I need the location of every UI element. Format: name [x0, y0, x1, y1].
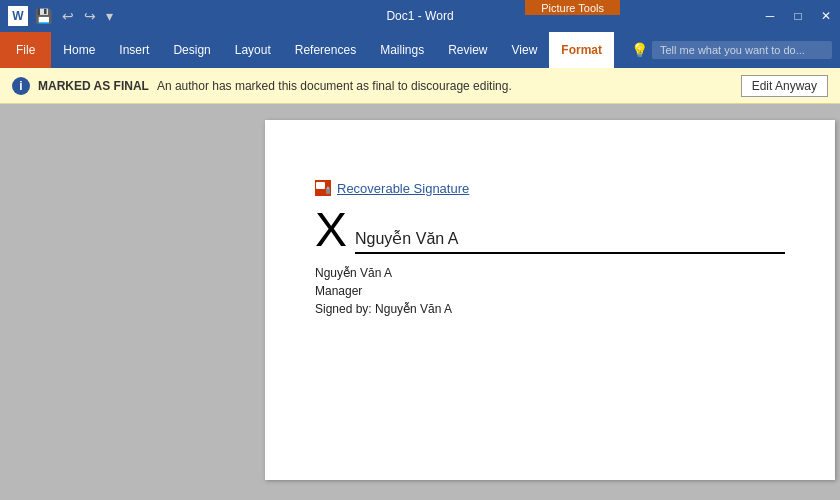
title-bar: W 💾 ↩ ↪ ▾ Picture Tools Doc1 - Word ─ □ …: [0, 0, 840, 32]
window-controls: ─ □ ✕: [756, 0, 840, 32]
menu-layout[interactable]: Layout: [223, 32, 283, 68]
undo-button[interactable]: ↩: [59, 8, 77, 24]
sig-title: Manager: [315, 282, 785, 300]
notification-bar: i MARKED AS FINAL An author has marked t…: [0, 68, 840, 104]
document-area: Recoverable Signature X Nguyễn Văn A Ngu…: [0, 104, 840, 500]
menu-home[interactable]: Home: [51, 32, 107, 68]
document-title: Doc1 - Word: [386, 9, 453, 23]
svg-rect-2: [326, 189, 330, 194]
signature-name: Nguyễn Văn A: [355, 229, 785, 254]
menu-file[interactable]: File: [0, 32, 51, 68]
sidebar-left: [0, 104, 260, 500]
lightbulb-icon: 💡: [631, 42, 648, 58]
signature-details: Nguyễn Văn A Manager Signed by: Nguyễn V…: [315, 264, 785, 318]
redo-button[interactable]: ↪: [81, 8, 99, 24]
sig-fullname: Nguyễn Văn A: [315, 264, 785, 282]
picture-tools-label: Picture Tools: [525, 0, 620, 15]
page-content: Recoverable Signature X Nguyễn Văn A Ngu…: [265, 120, 835, 480]
menu-review[interactable]: Review: [436, 32, 499, 68]
close-button[interactable]: ✕: [812, 0, 840, 32]
menu-view[interactable]: View: [500, 32, 550, 68]
restore-button[interactable]: □: [784, 0, 812, 32]
search-input[interactable]: [652, 41, 832, 59]
qat-dropdown[interactable]: ▾: [103, 8, 116, 24]
document-page: Recoverable Signature X Nguyễn Văn A Ngu…: [260, 104, 840, 500]
word-icon: W: [8, 6, 28, 26]
notification-message: An author has marked this document as fi…: [157, 79, 512, 93]
recoverable-signature-section: Recoverable Signature: [315, 180, 785, 196]
menu-design[interactable]: Design: [161, 32, 222, 68]
menu-bar: File Home Insert Design Layout Reference…: [0, 32, 840, 68]
menu-insert[interactable]: Insert: [107, 32, 161, 68]
quick-access-toolbar: W 💾 ↩ ↪ ▾: [0, 6, 116, 26]
save-button[interactable]: 💾: [32, 8, 55, 24]
menu-format[interactable]: Format: [549, 32, 614, 68]
search-bar[interactable]: 💡: [631, 32, 840, 68]
svg-rect-1: [316, 182, 325, 189]
signature-icon: [315, 180, 331, 196]
signature-line-area: X Nguyễn Văn A: [315, 206, 785, 254]
menu-references[interactable]: References: [283, 32, 368, 68]
notification-icon: i: [12, 77, 30, 95]
edit-anyway-button[interactable]: Edit Anyway: [741, 75, 828, 97]
notification-bold-text: MARKED AS FINAL: [38, 79, 149, 93]
signature-x: X: [315, 206, 347, 254]
sig-signed-by: Signed by: Nguyễn Văn A: [315, 300, 785, 318]
recoverable-signature-label[interactable]: Recoverable Signature: [337, 181, 469, 196]
menu-mailings[interactable]: Mailings: [368, 32, 436, 68]
minimize-button[interactable]: ─: [756, 0, 784, 32]
